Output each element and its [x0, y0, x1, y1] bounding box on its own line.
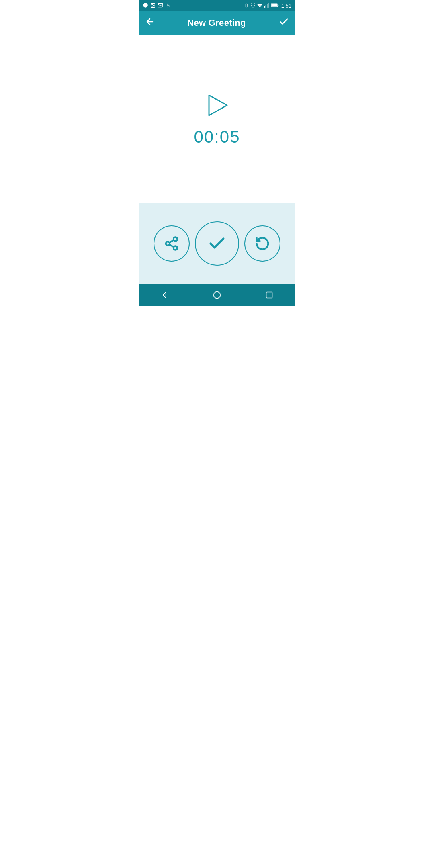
reset-button[interactable] [244, 225, 280, 262]
svg-rect-7 [264, 6, 265, 7]
status-bar-right: 1:51 [244, 3, 291, 9]
nav-bar [139, 284, 295, 306]
svg-point-2 [152, 4, 153, 5]
main-content: 00:05 [139, 35, 295, 203]
waveform-top [139, 59, 295, 83]
nav-home-button[interactable] [209, 287, 225, 303]
svg-point-4 [167, 4, 168, 6]
svg-rect-12 [278, 4, 278, 6]
alarm-icon [250, 3, 256, 9]
svg-marker-20 [163, 292, 166, 298]
status-bar: 1:51 [139, 0, 295, 11]
email-icon [158, 2, 163, 9]
wifi-icon [257, 3, 262, 9]
svg-rect-3 [158, 3, 163, 7]
save-button[interactable] [195, 221, 239, 266]
image-icon [150, 3, 156, 9]
svg-rect-9 [267, 4, 268, 7]
svg-rect-10 [268, 3, 269, 7]
back-button[interactable] [145, 17, 155, 29]
time-display: 1:51 [281, 3, 291, 9]
status-bar-left [143, 2, 170, 9]
signal-icon [264, 3, 269, 9]
waveform-bottom [139, 155, 295, 179]
svg-rect-22 [266, 292, 272, 298]
waveform-dot-bottom [217, 166, 217, 167]
nav-recents-button[interactable] [261, 287, 277, 303]
waveform-dot-top [217, 71, 217, 72]
battery-icon [271, 3, 279, 8]
svg-marker-14 [209, 95, 227, 115]
bottom-panel [139, 203, 295, 284]
page-title: New Greeting [187, 18, 246, 28]
timer-display: 00:05 [194, 127, 240, 147]
share-button[interactable] [154, 225, 190, 262]
svg-line-18 [169, 244, 174, 247]
svg-rect-5 [246, 4, 248, 7]
confirm-button[interactable] [278, 16, 289, 29]
svg-rect-8 [265, 5, 266, 8]
app-bar: New Greeting [139, 11, 295, 35]
player-container: 00:05 [194, 91, 240, 147]
whatsapp-icon [143, 2, 148, 9]
vibrate-icon [244, 3, 249, 9]
svg-rect-13 [271, 4, 277, 6]
nav-back-button[interactable] [157, 287, 173, 303]
svg-point-21 [214, 292, 221, 299]
svg-point-0 [143, 3, 148, 8]
settings-status-icon [165, 3, 170, 9]
svg-line-19 [169, 240, 174, 242]
play-button[interactable] [203, 91, 231, 119]
